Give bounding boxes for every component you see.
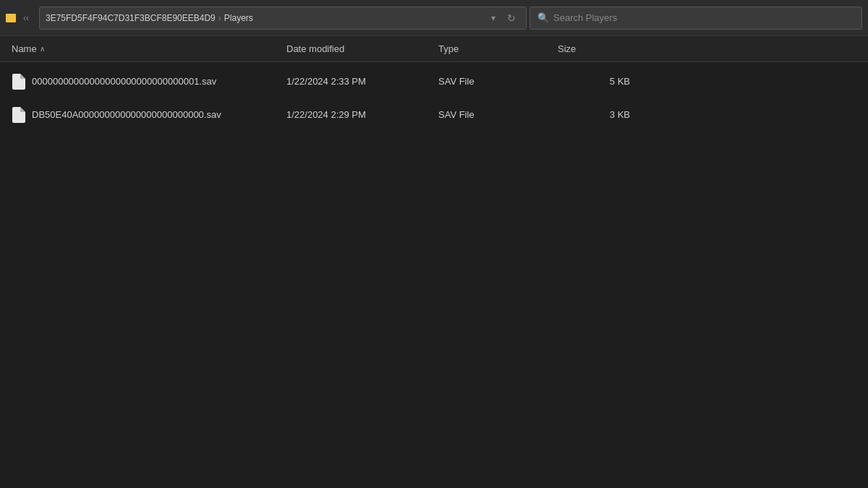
file-icon <box>12 106 26 124</box>
file-name: 00000000000000000000000000000001.sav <box>32 76 286 87</box>
column-size-label: Size <box>558 43 576 54</box>
nav-buttons: ‹‹ <box>6 10 33 26</box>
column-headers: Name ∧ Date modified Type Size <box>0 36 868 62</box>
table-row[interactable]: DB50E40A000000000000000000000000.sav 1/2… <box>0 98 868 132</box>
address-bar: ‹‹ 3E75FD5F4F94C7D31F3BCF8E90EEB4D9 › Pl… <box>0 0 868 36</box>
column-date-header[interactable]: Date modified <box>286 43 438 54</box>
breadcrumb-separator: › <box>218 13 221 23</box>
column-type-label: Type <box>438 43 459 54</box>
file-name: DB50E40A000000000000000000000000.sav <box>32 109 286 120</box>
file-date: 1/22/2024 2:29 PM <box>286 109 438 120</box>
search-area: 🔍 <box>529 7 862 30</box>
file-size: 5 KB <box>558 76 644 87</box>
column-name-label: Name <box>12 43 37 54</box>
file-icon <box>12 73 26 90</box>
column-name-header[interactable]: Name ∧ <box>12 43 286 54</box>
search-input[interactable] <box>553 12 854 23</box>
breadcrumb-path: 3E75FD5F4F94C7D31F3BCF8E90EEB4D9 › Playe… <box>46 13 484 23</box>
back-button[interactable]: ‹‹ <box>19 10 33 26</box>
column-date-label: Date modified <box>286 43 344 54</box>
breadcrumb-dropdown-button[interactable]: ▾ <box>488 12 498 25</box>
table-row[interactable]: 00000000000000000000000000000001.sav 1/2… <box>0 65 868 98</box>
column-type-header[interactable]: Type <box>438 43 558 54</box>
file-type: SAV File <box>438 109 558 120</box>
folder-icon <box>6 14 16 22</box>
sort-icon: ∧ <box>40 45 45 53</box>
refresh-button[interactable]: ↻ <box>503 9 520 27</box>
breadcrumb-hash: 3E75FD5F4F94C7D31F3BCF8E90EEB4D9 <box>46 13 216 23</box>
file-type: SAV File <box>438 76 558 87</box>
file-list: 00000000000000000000000000000001.sav 1/2… <box>0 62 868 134</box>
back-icon: ‹‹ <box>23 13 29 23</box>
column-size-header[interactable]: Size <box>558 43 644 54</box>
search-icon: 🔍 <box>537 12 549 23</box>
file-size: 3 KB <box>558 109 644 120</box>
file-date: 1/22/2024 2:33 PM <box>286 76 438 87</box>
breadcrumb-area: 3E75FD5F4F94C7D31F3BCF8E90EEB4D9 › Playe… <box>39 7 527 30</box>
breadcrumb-current: Players <box>224 13 253 23</box>
